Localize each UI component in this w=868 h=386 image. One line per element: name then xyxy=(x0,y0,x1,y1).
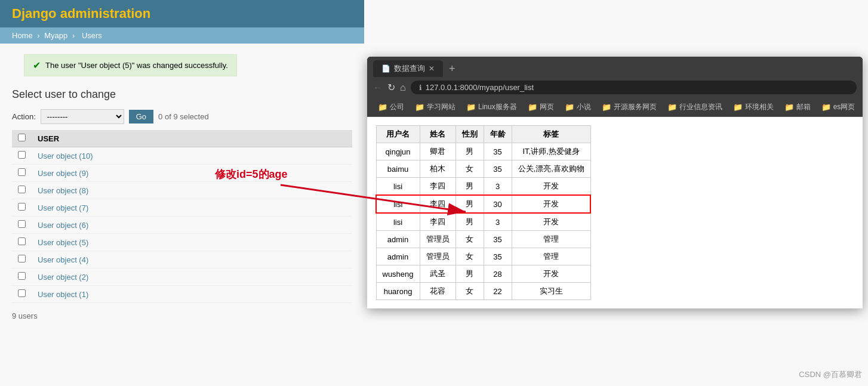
data-cell: 35 xyxy=(484,231,512,248)
data-cell: 男 xyxy=(455,143,484,160)
row-checkbox[interactable] xyxy=(18,272,26,280)
admin-title: Django administration xyxy=(12,6,352,21)
tab-icon: 📄 xyxy=(381,64,390,73)
data-cell: admin xyxy=(376,248,420,265)
bookmark-item[interactable]: 📁行业信息资讯 xyxy=(663,100,727,114)
bookmark-item[interactable]: 📁网页 xyxy=(523,100,559,114)
data-row: baimu柏木女35公关,漂亮,喜欢购物 xyxy=(376,160,590,178)
refresh-button[interactable]: ↻ xyxy=(387,82,395,93)
folder-icon: 📁 xyxy=(602,103,611,112)
data-cell: 李四 xyxy=(420,178,455,196)
bookmark-item[interactable]: 📁小说 xyxy=(560,100,596,114)
table-row: User object (4) xyxy=(12,251,352,268)
user-link[interactable]: User object (8) xyxy=(38,186,88,195)
data-row: wusheng武圣男28开发 xyxy=(376,265,590,283)
success-message: ✔ The user "User object (5)" was changed… xyxy=(24,54,237,76)
data-cell: 3 xyxy=(484,178,512,196)
data-cell: lisi xyxy=(376,195,420,213)
breadcrumb-app[interactable]: Myapp xyxy=(44,31,67,40)
back-button[interactable]: ← xyxy=(373,82,383,93)
user-link[interactable]: User object (1) xyxy=(38,290,88,299)
data-cell: 男 xyxy=(455,178,484,196)
data-cell: 管理 xyxy=(512,231,590,248)
success-icon: ✔ xyxy=(33,60,41,71)
folder-icon: 📁 xyxy=(466,103,476,112)
data-cell: huarong xyxy=(376,283,420,300)
row-checkbox[interactable] xyxy=(18,168,26,176)
select-all-checkbox[interactable] xyxy=(18,134,26,141)
data-cell: 35 xyxy=(484,143,512,160)
table-row: User object (5) xyxy=(12,234,352,251)
data-cell: 男 xyxy=(455,213,484,231)
bookmark-item[interactable]: 📁公司 xyxy=(373,100,409,114)
data-col-header: 性别 xyxy=(455,126,484,143)
data-cell: 花容 xyxy=(420,283,455,300)
browser-tab[interactable]: 📄 数据查询 ✕ xyxy=(373,60,443,77)
tab-close-button[interactable]: ✕ xyxy=(429,64,435,73)
folder-icon: 📁 xyxy=(821,103,831,112)
data-cell: lisi xyxy=(376,213,420,231)
tab-title: 数据查询 xyxy=(394,63,425,74)
bookmark-item[interactable]: 📁es网页 xyxy=(817,100,860,114)
data-cell: 3 xyxy=(484,213,512,231)
folder-icon: 📁 xyxy=(667,103,677,112)
table-row: User object (10) xyxy=(12,147,352,165)
bookmark-item[interactable]: 📁学习网站 xyxy=(410,100,460,114)
data-cell: 女 xyxy=(455,231,484,248)
user-link[interactable]: User object (2) xyxy=(38,273,88,282)
row-checkbox[interactable] xyxy=(18,203,26,211)
user-link[interactable]: User object (6) xyxy=(38,221,88,230)
bookmark-item[interactable]: 📁Linux服务器 xyxy=(461,100,522,114)
table-row: User object (6) xyxy=(12,217,352,234)
data-row: lisi李四男30开发 xyxy=(376,195,590,213)
bookmark-item[interactable]: 📁环境相关 xyxy=(728,100,778,114)
data-table: 用户名姓名性别年龄标签qingjun卿君男35IT,讲师,热爱健身baimu柏木… xyxy=(375,125,591,300)
url-text: 127.0.0.1:8000/myapp/user_list xyxy=(426,83,534,92)
browser-content: 用户名姓名性别年龄标签qingjun卿君男35IT,讲师,热爱健身baimu柏木… xyxy=(367,117,863,308)
main-content: Select user to change Action: -------- G… xyxy=(0,82,364,329)
bookmark-item[interactable]: 📁开源服务网页 xyxy=(597,100,661,114)
row-checkbox[interactable] xyxy=(18,186,26,193)
go-button[interactable]: Go xyxy=(129,110,153,123)
user-link[interactable]: User object (10) xyxy=(38,152,93,160)
new-tab-button[interactable]: + xyxy=(445,61,459,76)
row-checkbox[interactable] xyxy=(18,151,26,159)
action-label: Action: xyxy=(12,112,36,121)
user-link[interactable]: User object (7) xyxy=(38,203,88,212)
row-checkbox[interactable] xyxy=(18,255,26,263)
bookmark-item[interactable]: 📁邮箱 xyxy=(780,100,815,114)
user-link[interactable]: User object (5) xyxy=(38,238,88,247)
folder-icon: 📁 xyxy=(528,103,537,112)
data-cell: baimu xyxy=(376,160,420,178)
data-cell: 22 xyxy=(484,283,512,300)
data-cell: 男 xyxy=(455,265,484,283)
bookmarks-bar: 📁公司📁学习网站📁Linux服务器📁网页📁小说📁开源服务网页📁行业信息资讯📁环境… xyxy=(367,98,863,117)
folder-icon: 📁 xyxy=(784,103,794,112)
row-checkbox[interactable] xyxy=(18,289,26,297)
data-cell: 女 xyxy=(455,283,484,300)
url-bar[interactable]: ℹ 127.0.0.1:8000/myapp/user_list xyxy=(411,81,857,94)
data-cell: IT,讲师,热爱健身 xyxy=(512,143,590,160)
watermark: CSDN @百慕卿君 xyxy=(799,369,862,380)
data-cell: 武圣 xyxy=(420,265,455,283)
action-select[interactable]: -------- xyxy=(41,109,124,124)
user-link[interactable]: User object (4) xyxy=(38,255,88,264)
breadcrumb-home[interactable]: Home xyxy=(12,31,33,40)
row-checkbox[interactable] xyxy=(18,237,26,245)
data-row: lisi李四男3开发 xyxy=(376,213,590,231)
data-cell: 卿君 xyxy=(420,143,455,160)
data-cell: 35 xyxy=(484,248,512,265)
data-cell: 管理员 xyxy=(420,231,455,248)
browser-window: 📄 数据查询 ✕ + ← ↻ ⌂ ℹ 127.0.0.1:8000/myapp/… xyxy=(367,57,863,308)
folder-icon: 📁 xyxy=(378,103,387,112)
home-button[interactable]: ⌂ xyxy=(400,82,406,93)
data-col-header: 用户名 xyxy=(376,126,420,143)
data-cell: 35 xyxy=(484,160,512,178)
row-checkbox[interactable] xyxy=(18,220,26,228)
data-cell: 实习生 xyxy=(512,283,590,300)
data-col-header: 标签 xyxy=(512,126,590,143)
data-cell: 李四 xyxy=(420,213,455,231)
user-link[interactable]: User object (9) xyxy=(38,169,88,178)
data-row: admin管理员女35管理 xyxy=(376,248,590,265)
data-cell: 28 xyxy=(484,265,512,283)
